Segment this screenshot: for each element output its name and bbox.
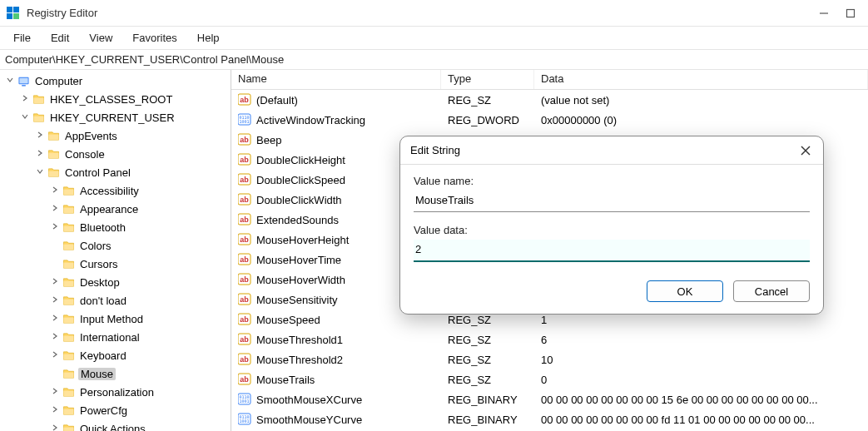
value-name: DoubleClickWidth [256,194,342,206]
chevron-right-icon[interactable] [33,131,47,141]
value-data: 00 00 00 00 00 00 00 00 fd 11 01 00 00 0… [534,414,868,426]
chevron-right-icon[interactable] [18,94,32,104]
chevron-right-icon[interactable] [48,186,62,196]
menu-help[interactable]: Help [187,28,230,47]
tree-node[interactable]: Quick Actions [0,419,231,431]
value-name: SmoothMouseXCurve [256,394,362,406]
tree-node[interactable]: HKEY_CLASSES_ROOT [0,90,231,108]
value-name: MouseSpeed [256,314,320,326]
tree-node[interactable]: HKEY_CURRENT_USER [0,108,231,126]
registry-value-row[interactable]: SmoothMouseXCurveREG_BINARY00 00 00 00 0… [231,389,868,409]
value-name: MouseHoverTime [256,254,341,266]
chevron-right-icon[interactable] [48,204,62,214]
minimize-button[interactable] [818,7,830,19]
tree-node[interactable]: Bluetooth [0,218,231,236]
folder-icon [32,111,45,124]
tree-node-label: Appearance [78,203,140,216]
tree-node-label: Accessibility [78,185,141,197]
titlebar: Registry Editor [0,0,868,27]
tree-node[interactable]: Control Panel [0,163,231,181]
tree-node[interactable]: Keyboard [0,346,231,364]
tree-node[interactable]: Appearance [0,200,231,218]
string-value-icon [238,193,251,206]
chevron-right-icon[interactable] [48,405,62,415]
svg-rect-13 [847,9,855,17]
string-value-icon [238,213,251,226]
column-type[interactable]: Type [441,70,534,89]
tree-node-label: HKEY_CURRENT_USER [48,111,176,124]
value-name: DoubleClickSpeed [256,174,345,186]
string-value-icon [238,313,251,326]
chevron-right-icon[interactable] [33,149,47,159]
value-name: MouseHoverWidth [256,274,345,286]
value-name: Beep [256,134,281,146]
column-name[interactable]: Name [231,70,441,89]
maximize-button[interactable] [845,7,856,19]
registry-value-row[interactable]: SmoothMouseYCurveREG_BINARY00 00 00 00 0… [231,409,868,429]
registry-value-row[interactable]: MouseThreshold1REG_SZ6 [231,329,868,349]
ok-button[interactable]: OK [647,280,723,302]
chevron-down-icon[interactable] [3,76,17,86]
edit-string-dialog: Edit String Value name: MouseTrails Valu… [399,136,824,315]
value-type: REG_SZ [441,354,534,366]
value-name: (Default) [256,94,298,107]
chevron-down-icon[interactable] [33,167,47,177]
tree-node[interactable]: Cursors [0,255,231,273]
tree-node-label: Mouse [78,368,116,380]
folder-icon [62,422,75,431]
tree-node[interactable]: Input Method [0,310,231,328]
close-icon[interactable] [798,143,813,158]
menu-file[interactable]: File [3,28,41,47]
menu-edit[interactable]: Edit [41,28,79,47]
chevron-right-icon[interactable] [48,332,62,342]
folder-icon [32,92,45,106]
address-bar[interactable]: Computer\HKEY_CURRENT_USER\Control Panel… [0,50,868,70]
chevron-down-icon[interactable] [18,112,32,122]
value-type: REG_SZ [441,314,534,326]
tree-node[interactable]: International [0,328,231,346]
value-name-label: Value name: [414,175,810,187]
tree-node[interactable]: Colors [0,236,231,255]
tree-node[interactable]: PowerCfg [0,401,231,419]
value-type: REG_SZ [441,94,534,107]
tree-node[interactable]: AppEvents [0,126,231,145]
tree-node[interactable]: Desktop [0,273,231,291]
tree-node[interactable]: Accessibility [0,181,231,200]
tree-node[interactable]: Mouse [0,364,231,383]
cancel-button[interactable]: Cancel [733,280,810,302]
registry-value-row[interactable]: MouseTrailsREG_SZ0 [231,369,868,389]
dialog-titlebar[interactable]: Edit String [400,136,823,165]
folder-icon [62,257,75,270]
folder-icon [62,404,75,417]
app-icon [7,7,20,20]
value-data-input[interactable] [414,240,810,262]
tree-node[interactable]: Console [0,145,231,163]
chevron-right-icon[interactable] [48,277,62,287]
value-type: REG_BINARY [441,394,534,406]
value-type: REG_SZ [441,334,534,346]
folder-icon [47,129,60,142]
folder-icon [62,330,75,344]
tree-node-label: Control Panel [63,166,132,179]
chevron-right-icon[interactable] [48,314,62,324]
column-data[interactable]: Data [534,70,868,89]
chevron-right-icon[interactable] [48,387,62,397]
value-data: (value not set) [534,94,868,107]
tree-node[interactable]: Personalization [0,383,231,401]
tree-node[interactable]: don't load [0,291,231,310]
menu-favorites[interactable]: Favorites [122,28,186,47]
registry-value-row[interactable]: ActiveWindowTrackingREG_DWORD0x00000000 … [231,110,868,130]
tree-node[interactable]: Computer [0,72,231,90]
chevron-right-icon[interactable] [48,424,62,431]
folder-icon [62,184,75,197]
menu-view[interactable]: View [79,28,122,47]
chevron-right-icon[interactable] [48,222,62,232]
chevron-right-icon[interactable] [48,295,62,305]
chevron-right-icon[interactable] [48,350,62,360]
value-name: ExtendedSounds [256,214,339,226]
tree-panel[interactable]: ComputerHKEY_CLASSES_ROOTHKEY_CURRENT_US… [0,70,231,431]
value-name-field[interactable]: MouseTrails [414,191,810,212]
tree-node-label: Cursors [78,258,120,270]
registry-value-row[interactable]: (Default)REG_SZ(value not set) [231,90,868,110]
registry-value-row[interactable]: MouseThreshold2REG_SZ10 [231,349,868,369]
